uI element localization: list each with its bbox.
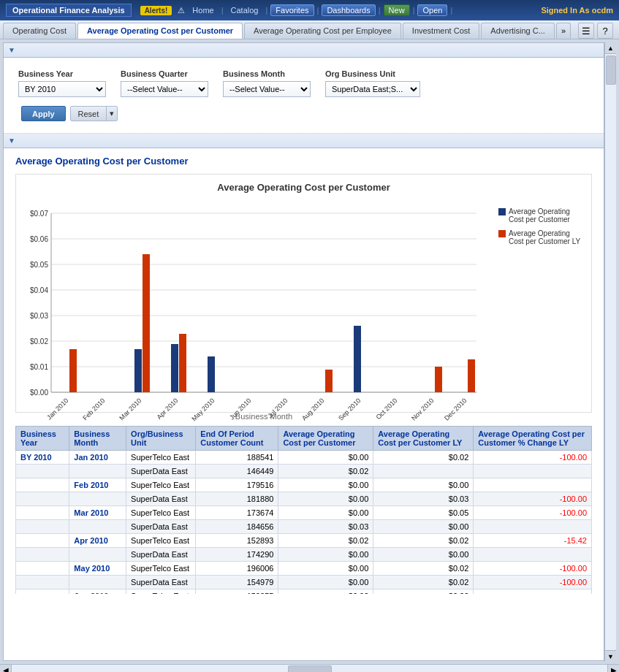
table-cell: $0.02 xyxy=(278,589,373,595)
reset-button-group: Reset ▾ xyxy=(70,106,118,121)
table-cell xyxy=(16,492,69,506)
table-cell: $0.02 xyxy=(373,534,474,548)
h-scroll-right-arrow[interactable]: ▶ xyxy=(607,665,619,673)
business-month-select[interactable]: --Select Value-- xyxy=(223,81,311,97)
nav-sep1: | xyxy=(221,6,224,15)
svg-text:Sep 2010: Sep 2010 xyxy=(337,397,362,421)
chart-legend: Average Operating Cost per Customer Aver… xyxy=(498,200,584,245)
signed-in-label: Signed In As ocdm xyxy=(541,6,613,15)
table-row: May 2010SuperTelco East196006$0.00$0.02-… xyxy=(16,562,592,576)
table-cell: $0.03 xyxy=(278,520,373,534)
collapse-icon[interactable]: ▼ xyxy=(8,46,15,54)
col-header-year[interactable]: Business Year xyxy=(16,427,69,451)
col-header-avg[interactable]: Average Operating Cost per Customer xyxy=(278,427,373,451)
horizontal-scrollbar: ◀ ▶ xyxy=(0,664,619,672)
nav-sep6: | xyxy=(450,6,452,15)
col-header-avg-ly[interactable]: Average Operating Cost per Customer LY xyxy=(373,427,474,451)
h-scroll-left-arrow[interactable]: ◀ xyxy=(0,665,12,673)
table-cell: $0.05 xyxy=(373,506,474,520)
open-dropdown[interactable]: Open xyxy=(417,4,447,16)
table-cell xyxy=(373,465,474,478)
alerts-button[interactable]: Alerts! xyxy=(140,6,172,15)
h-scroll-track xyxy=(12,665,607,673)
nav-sep4: | xyxy=(379,6,381,15)
business-quarter-label: Business Quarter xyxy=(121,69,208,78)
org-business-unit-select[interactable]: SuperData East;S... xyxy=(325,81,420,97)
business-year-group: Business Year BY 2010 xyxy=(18,69,106,97)
tab-advertising[interactable]: Advertising C... xyxy=(481,23,555,39)
business-quarter-select[interactable]: --Select Value-- xyxy=(121,81,208,97)
tab-more-button[interactable]: » xyxy=(556,23,571,39)
table-cell xyxy=(16,589,69,595)
table-cell xyxy=(16,465,69,478)
col-header-unit[interactable]: Org/Business Unit xyxy=(126,427,196,451)
favorites-dropdown[interactable]: Favorites xyxy=(270,4,314,16)
col-header-month[interactable]: Business Month xyxy=(69,427,126,451)
table-cell: SuperTelco East xyxy=(126,506,196,520)
app-title: Operational Finance Analysis xyxy=(6,4,132,17)
bar-chart-svg: $0.07 $0.06 $0.05 $0.04 $0.03 $0.02 $0.0… xyxy=(23,200,491,405)
filter-action-row: Apply Reset ▾ xyxy=(18,106,589,121)
table-cell xyxy=(474,548,592,562)
new-button[interactable]: New xyxy=(384,4,410,16)
table-cell: SuperTelco East xyxy=(126,589,196,595)
table-row: Mar 2010SuperTelco East173674$0.00$0.05-… xyxy=(16,506,592,520)
table-cell: SuperData East xyxy=(126,548,196,562)
table-cell: $0.03 xyxy=(373,492,474,506)
data-table: Business Year Business Month Org/Busines… xyxy=(15,426,592,594)
table-cell: Jun 2010 xyxy=(69,589,126,595)
help-icon-button[interactable]: ? xyxy=(597,23,613,39)
settings-icon-button[interactable]: ☰ xyxy=(578,23,594,39)
table-cell xyxy=(16,520,69,534)
svg-rect-49 xyxy=(435,367,442,392)
chart-section-title: Average Operating Cost per Customer xyxy=(15,156,592,167)
table-row: SuperData East174290$0.00$0.00 xyxy=(16,548,592,562)
tab-operating-cost[interactable]: Operating Cost xyxy=(3,23,76,39)
catalog-link[interactable]: Catalog xyxy=(227,6,263,15)
chart-heading: Average Operating Cost per Customer xyxy=(23,182,584,193)
business-year-label: Business Year xyxy=(18,69,106,78)
svg-text:$0.00: $0.00 xyxy=(30,389,48,397)
chart-collapse-icon[interactable]: ▼ xyxy=(8,137,15,145)
svg-text:Mar 2010: Mar 2010 xyxy=(118,397,143,421)
table-cell: -100.00 xyxy=(474,506,592,520)
reset-button[interactable]: Reset xyxy=(71,107,107,121)
svg-text:Jan 2010: Jan 2010 xyxy=(45,397,69,421)
reset-dropdown-arrow[interactable]: ▾ xyxy=(106,107,117,121)
svg-text:Nov 2010: Nov 2010 xyxy=(410,397,435,421)
apply-button[interactable]: Apply xyxy=(21,106,66,121)
scroll-down-arrow[interactable]: ▼ xyxy=(605,650,616,662)
filter-collapse-bar[interactable]: ▼ xyxy=(4,43,604,58)
nav-sep2: | xyxy=(265,6,267,15)
table-cell: $0.02 xyxy=(278,534,373,548)
table-cell: Apr 2010 xyxy=(69,534,126,548)
tab-avg-cost-employee[interactable]: Average Operating Cost per Employee xyxy=(244,23,401,39)
dashboards-dropdown[interactable]: Dashboards xyxy=(322,4,375,16)
table-cell: $0.02 xyxy=(278,465,373,478)
business-month-group: Business Month --Select Value-- xyxy=(223,69,311,97)
filter-area: Business Year BY 2010 Business Quarter -… xyxy=(4,58,604,134)
tab-investment-cost[interactable]: Investment Cost xyxy=(403,23,479,39)
chart-wrapper: $0.07 $0.06 $0.05 $0.04 $0.03 $0.02 $0.0… xyxy=(23,200,584,405)
table-cell: 188541 xyxy=(196,451,278,465)
col-header-change[interactable]: Average Operating Cost per Customer % Ch… xyxy=(474,427,592,451)
svg-rect-52 xyxy=(468,359,475,392)
table-row: Jun 2010SuperTelco East159855$0.02$0.00 xyxy=(16,589,592,595)
right-scrollbar[interactable]: ▲ ▼ xyxy=(604,42,616,662)
scroll-thumb[interactable] xyxy=(606,56,616,85)
chart-collapse-bar[interactable]: ▼ xyxy=(4,134,604,148)
tab-avg-cost-customer[interactable]: Average Operating Cost per Customer xyxy=(77,23,243,39)
h-scroll-thumb[interactable] xyxy=(288,665,332,673)
svg-text:May 2010: May 2010 xyxy=(190,397,216,422)
table-cell xyxy=(69,492,126,506)
col-header-count[interactable]: End Of Period Customer Count xyxy=(196,427,278,451)
filter-row: Business Year BY 2010 Business Quarter -… xyxy=(18,69,589,97)
legend-color-current xyxy=(498,208,506,215)
table-cell xyxy=(69,548,126,562)
scroll-up-arrow[interactable]: ▲ xyxy=(605,42,616,54)
table-cell: -100.00 xyxy=(474,562,592,576)
svg-text:$0.02: $0.02 xyxy=(30,337,48,345)
table-cell: -100.00 xyxy=(474,576,592,589)
home-link[interactable]: Home xyxy=(188,6,218,15)
business-year-select[interactable]: BY 2010 xyxy=(18,81,106,97)
